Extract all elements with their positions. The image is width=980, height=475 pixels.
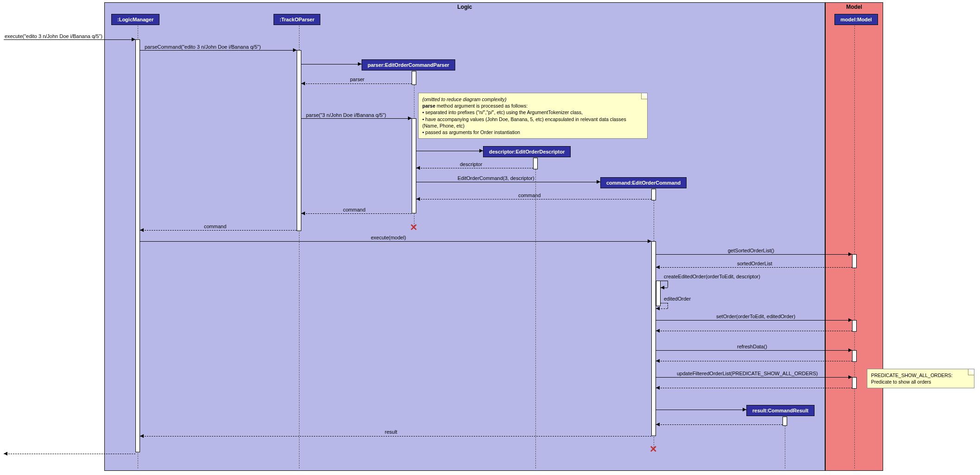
msg-command-ret-2: command — [343, 207, 365, 212]
arrow-create-result — [656, 410, 746, 410]
lifeline-descriptor — [535, 158, 536, 469]
arrow-create-descriptor — [416, 151, 483, 151]
arrowhead-return-outside — [4, 452, 7, 456]
msg-sorted-ret: sortedOrderList — [737, 261, 772, 266]
arrowhead-refresh-data-ret — [656, 359, 660, 363]
arrowhead-set-order — [848, 318, 852, 322]
activation-command-self — [656, 281, 661, 306]
note-predicate: PREDICATE_SHOW_ALL_ORDERS: Predicate to … — [867, 369, 974, 388]
activation-command-1 — [651, 189, 656, 200]
arrowhead-get-sorted — [848, 252, 852, 256]
msg-refresh-data: refreshData() — [737, 344, 767, 349]
arrow-update-filtered — [656, 377, 852, 378]
arrow-create-editparser — [301, 64, 362, 64]
arrowhead-create-result — [743, 408, 746, 411]
arrow-command-ret-1 — [416, 199, 651, 199]
arrowhead-refresh-data — [848, 348, 852, 352]
arrow-create-edited-out — [656, 281, 668, 281]
model-frame-label: Model — [842, 3, 866, 11]
activation-edit-parser-2 — [412, 118, 416, 213]
arrowhead-command-ret-1 — [416, 197, 420, 201]
arrowhead-create-editparser — [358, 62, 362, 66]
note-omitted-b1: • separated into prefixes ("n/","p/", et… — [422, 109, 583, 115]
arrow-edited-order-ret-down — [668, 303, 668, 308]
note-omitted-b2: • have accompanying values (John Doe, Ba… — [422, 116, 626, 128]
msg-parser-ret: parser — [350, 77, 364, 82]
arrow-refresh-data — [656, 350, 852, 351]
arrowhead-parse-command — [293, 48, 297, 52]
arrowhead-command-ret-3 — [140, 228, 144, 232]
arrow-update-filtered-ret — [656, 388, 852, 388]
arrow-set-order-ret — [656, 331, 852, 331]
participant-tracko-parser: :TrackOParser — [274, 14, 320, 25]
destroy-edit-parser: ✕ — [410, 222, 418, 233]
participant-logic-manager: :LogicManager — [111, 14, 159, 25]
note-omitted-b3: • passed as arguments for Order instanti… — [422, 129, 520, 135]
participant-result: result:CommandResult — [746, 405, 815, 416]
arrowhead-set-order-ret — [656, 329, 660, 333]
arrowhead-result-to-lm — [140, 434, 144, 438]
msg-descriptor-ret: descriptor — [460, 161, 482, 167]
arrowhead-edited-order-ret — [656, 307, 660, 310]
arrow-descriptor-ret — [416, 168, 533, 168]
activation-result — [783, 417, 787, 426]
arrowhead-parse — [408, 116, 412, 120]
logic-frame-label: Logic — [454, 3, 476, 11]
msg-command-ret-1: command — [518, 193, 541, 198]
arrowhead-update-filtered-ret — [656, 386, 660, 390]
note-predicate-line2: Predicate to show all orders — [871, 379, 931, 385]
arrow-get-sorted — [656, 254, 852, 255]
note-omitted-line2a: parse — [422, 103, 435, 109]
activation-tracko-parser — [297, 50, 301, 231]
activation-edit-parser-1 — [412, 71, 416, 85]
arrow-sorted-ret — [656, 267, 852, 268]
arrowhead-update-filtered — [848, 375, 852, 379]
participant-model: model:Model — [834, 14, 878, 25]
arrowhead-execute-model — [648, 239, 651, 243]
msg-create-edited: createEditedOrder(orderToEdit, descripto… — [664, 274, 760, 279]
arrow-result-to-lm — [140, 436, 651, 436]
msg-edit-order-cmd: EditOrderCommand(3, descriptor) — [458, 175, 535, 181]
arrowhead-parser-ret — [301, 82, 305, 85]
arrow-return-outside — [4, 454, 135, 454]
arrow-command-ret-2 — [301, 213, 412, 214]
activation-model-4 — [852, 377, 857, 389]
activation-model-2 — [852, 320, 857, 332]
msg-parse-command: parseCommand("edito 3 n/John Doe i/Banan… — [145, 44, 261, 50]
arrow-result-ret — [656, 424, 783, 425]
arrowhead-create-edited — [661, 286, 664, 289]
arrowhead-execute-1 — [132, 38, 135, 41]
arrow-execute-1 — [4, 39, 135, 40]
arrow-create-edited-down — [668, 281, 668, 288]
participant-descriptor: descriptor:EditOrderDescriptor — [483, 146, 571, 157]
lifeline-model — [854, 26, 855, 469]
arrow-set-order — [656, 320, 852, 321]
arrowhead-descriptor-ret — [416, 166, 420, 170]
arrow-edited-order-ret-out — [661, 303, 668, 303]
arrowhead-command-ret-2 — [301, 212, 305, 215]
participant-edit-parser: parser:EditOrderCommandParser — [362, 59, 455, 71]
msg-execute-model: execute(model) — [371, 235, 406, 240]
activation-model-1 — [852, 254, 857, 268]
msg-parse: parse("3 n/John Doe i/Banana q/5") — [306, 112, 386, 118]
msg-get-sorted: getSortedOrderList() — [728, 248, 774, 253]
arrowhead-create-descriptor — [479, 149, 483, 153]
arrow-edit-order-cmd — [416, 182, 600, 182]
activation-descriptor — [533, 158, 538, 169]
msg-set-order: setOrder(orderToEdit, editedOrder) — [716, 314, 795, 319]
arrow-command-ret-3 — [140, 230, 297, 231]
destroy-command: ✕ — [649, 443, 657, 455]
note-omitted-line2b: method argument is processed as follows: — [435, 103, 528, 109]
msg-update-filtered: updateFilteredOrderList(PREDICATE_SHOW_A… — [677, 371, 818, 376]
msg-edited-order-ret: editedOrder — [664, 296, 691, 302]
arrow-parse-command — [140, 50, 297, 51]
activation-logic-manager — [135, 39, 140, 452]
msg-result-ret: result — [385, 429, 397, 435]
arrow-execute-model — [140, 241, 651, 242]
arrowhead-result-ret — [656, 423, 660, 426]
arrow-refresh-data-ret — [656, 361, 852, 361]
arrow-parser-ret — [301, 83, 412, 84]
arrowhead-edit-order-cmd — [597, 180, 600, 184]
msg-execute-1: execute("edito 3 n/John Doe i/Banana q/5… — [5, 33, 102, 39]
note-omitted: (omitted to reduce diagram complexity) p… — [418, 93, 648, 139]
